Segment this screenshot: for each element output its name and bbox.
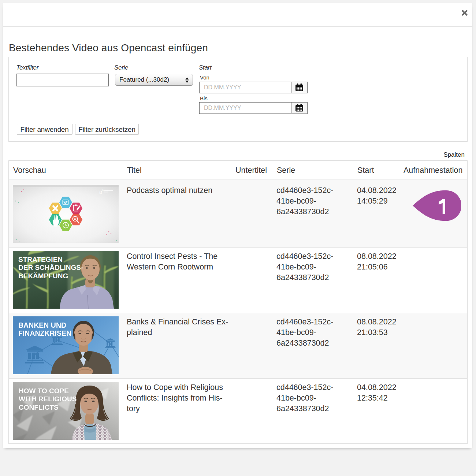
svg-text:HOW TO COPE: HOW TO COPE (19, 387, 69, 395)
svg-text:STRATEGIEN: STRATEGIEN (18, 256, 63, 263)
svg-text:DER SCHÄDLINGS-: DER SCHÄDLINGS- (18, 264, 83, 271)
svg-text:u: u (99, 189, 102, 195)
svg-text:CONFLICTS: CONFLICTS (19, 404, 59, 411)
svg-text:BANKEN UND: BANKEN UND (18, 321, 66, 329)
svg-text:b: b (102, 189, 104, 192)
svg-text:BEKÄMPFUNG: BEKÄMPFUNG (18, 272, 68, 280)
svg-text:WITH RELIGIOUS: WITH RELIGIOUS (19, 395, 77, 403)
svg-text:FINANZKRISEN: FINANZKRISEN (18, 329, 71, 337)
